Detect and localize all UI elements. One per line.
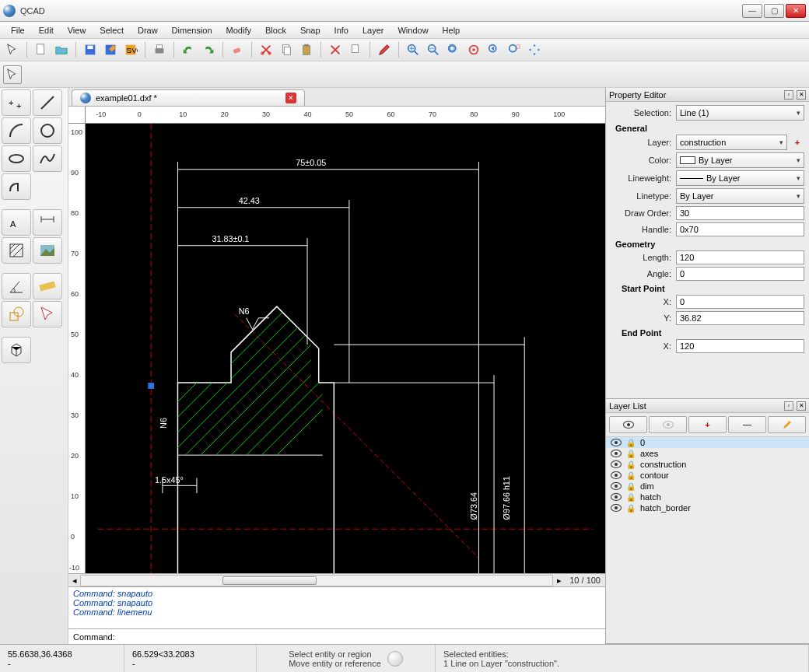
measure-angle-tool[interactable] [2,273,31,299]
shape-tool[interactable] [2,301,31,327]
zoom-in-icon[interactable] [404,40,422,59]
layer-show-all-button[interactable] [609,416,647,433]
command-input[interactable]: Command: [68,628,605,644]
saveas-icon[interactable] [101,40,120,59]
cut-icon[interactable] [257,40,275,59]
spline-tool[interactable] [33,145,62,172]
eye-icon[interactable] [611,471,622,479]
menu-view[interactable]: View [61,24,93,37]
undo-icon[interactable] [179,40,198,59]
menu-layer[interactable]: Layer [356,24,390,37]
menu-file[interactable]: File [5,24,31,37]
drawing-canvas[interactable]: 75±0.05 42.43 31.83±0.1 1.5x45° Ø73.64 Ø… [86,124,605,573]
layer-row-0[interactable]: 🔒0 [606,437,809,448]
color-dropdown[interactable]: By Layer [676,152,804,168]
eye-icon[interactable] [611,439,622,446]
layer-row-dim[interactable]: 🔒dim [606,481,809,492]
arc-tool[interactable] [2,117,31,144]
panel-undock-icon[interactable]: ▫ [784,90,793,100]
linetype-dropdown[interactable]: By Layer [676,188,804,204]
lock-icon[interactable]: 🔒 [626,439,636,447]
horizontal-scrollbar[interactable]: ◂ ▸ 10 / 100 [68,573,605,586]
angle-input[interactable] [676,267,804,281]
handle-input[interactable] [676,222,804,236]
text-tool[interactable]: A [2,209,31,236]
zoom-window-icon[interactable] [505,40,524,59]
zoom-auto-icon[interactable] [444,40,463,59]
copy-ref-icon[interactable] [346,40,365,59]
image-tool[interactable] [33,237,62,264]
layer-add-button[interactable]: + [688,416,727,433]
lock-icon[interactable]: 🔒 [626,450,636,458]
zoom-out-icon[interactable] [424,40,443,59]
circle-tool[interactable] [33,117,62,144]
menu-dimension[interactable]: Dimension [166,24,219,37]
add-layer-icon[interactable]: + [790,135,804,149]
pencil-icon[interactable] [375,40,394,59]
zoom-selection-icon[interactable] [464,40,483,59]
menu-info[interactable]: Info [328,24,355,37]
menu-modify[interactable]: Modify [220,24,257,37]
open-file-icon[interactable] [52,40,71,59]
dimension-tool[interactable] [33,209,62,236]
layerpanel-close-icon[interactable]: ✕ [797,401,806,411]
eye-icon[interactable] [611,504,622,512]
svg-export-icon[interactable]: SVG [121,40,140,59]
minimize-button[interactable]: — [742,4,762,18]
menu-help[interactable]: Help [436,24,467,37]
menu-snap[interactable]: Snap [294,24,327,37]
tab-close-icon[interactable]: ✕ [285,93,296,103]
point-tool[interactable]: ++ [2,89,31,116]
layer-row-hatch-border[interactable]: 🔒hatch_border [606,502,809,513]
save-icon[interactable] [81,40,100,59]
maximize-button[interactable]: ▢ [764,4,784,18]
close-button[interactable]: ✕ [786,4,806,18]
zoom-previous-icon[interactable] [485,40,503,59]
print-icon[interactable] [150,40,169,59]
copy-icon[interactable] [277,40,296,59]
lock-icon[interactable]: 🔒 [626,471,636,480]
polyline-tool[interactable] [2,173,31,200]
pan-icon[interactable] [525,40,544,59]
hatch-tool[interactable] [2,237,31,264]
eye-icon[interactable] [611,460,622,468]
menu-draw[interactable]: Draw [131,24,164,37]
panel-close-icon[interactable]: ✕ [797,90,806,100]
cut-ref-icon[interactable] [326,40,345,59]
menu-window[interactable]: Window [391,24,434,37]
lineweight-dropdown[interactable]: By Layer [676,170,804,186]
eye-icon[interactable] [611,493,622,501]
eye-icon[interactable] [611,450,622,457]
layer-hide-all-button[interactable] [649,416,687,433]
draworder-input[interactable] [676,206,804,220]
menu-select[interactable]: Select [93,24,130,37]
measure-dist-tool[interactable] [33,273,62,299]
ellipse-tool[interactable] [2,145,31,172]
length-input[interactable] [676,250,804,264]
menu-edit[interactable]: Edit [33,24,60,37]
redo-icon[interactable] [199,40,218,59]
lock-icon[interactable]: 🔒 [626,460,636,469]
layer-dropdown[interactable]: construction [676,135,787,150]
paste-icon[interactable] [297,40,316,59]
menu-block[interactable]: Block [259,24,292,37]
end-x-input[interactable] [676,339,804,353]
layer-row-construction[interactable]: 🔒construction [606,459,809,470]
block-tool[interactable] [2,337,31,363]
start-y-input[interactable] [676,311,804,325]
pointer-tool[interactable] [3,40,22,59]
layer-edit-button[interactable] [768,416,806,433]
tab-example01[interactable]: example01.dxf * ✕ [72,89,305,106]
lock-icon[interactable]: 🔒 [626,504,636,513]
lock-icon[interactable]: 🔒 [626,493,636,502]
erase-icon[interactable] [228,40,247,59]
start-x-input[interactable] [676,295,804,309]
layer-row-hatch[interactable]: 🔒hatch [606,492,809,502]
layer-remove-button[interactable]: — [728,416,766,433]
line-tool[interactable] [33,89,62,116]
layer-row-contour[interactable]: 🔒contour [606,470,809,481]
select-tool[interactable] [33,301,62,327]
layerpanel-undock-icon[interactable]: ▫ [784,401,793,411]
layer-row-axes[interactable]: 🔒axes [606,448,809,459]
lock-icon[interactable]: 🔒 [626,482,636,491]
